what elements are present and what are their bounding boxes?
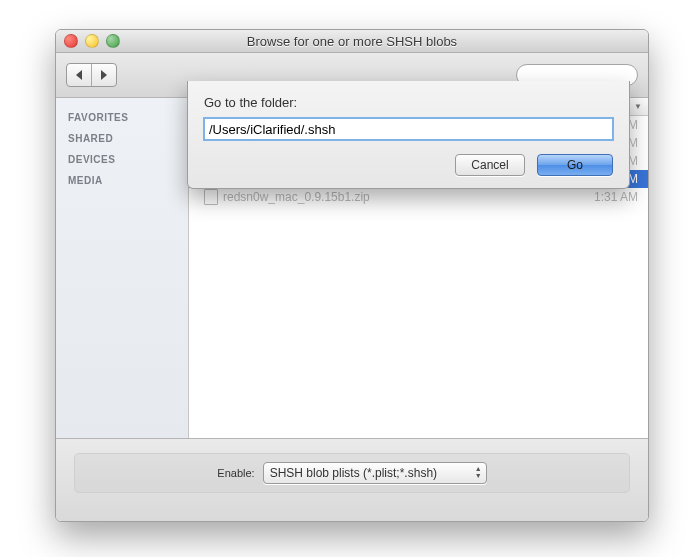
forward-button[interactable] bbox=[91, 64, 116, 86]
chevron-left-icon bbox=[76, 70, 82, 80]
window-title: Browse for one or more SHSH blobs bbox=[56, 34, 648, 49]
sheet-cancel-button[interactable]: Cancel bbox=[455, 154, 525, 176]
back-button[interactable] bbox=[67, 64, 91, 86]
options-area: Enable: SHSH blob plists (*.plist;*.shsh… bbox=[56, 438, 648, 522]
sidebar-item-devices[interactable]: DEVICES bbox=[56, 148, 188, 169]
sheet-go-button[interactable]: Go bbox=[537, 154, 613, 176]
sheet-label: Go to the folder: bbox=[204, 95, 613, 110]
go-to-folder-sheet: Go to the folder: Cancel Go bbox=[187, 81, 630, 189]
sidebar-item-shared[interactable]: SHARED bbox=[56, 127, 188, 148]
sidebar: FAVORITES SHARED DEVICES MEDIA bbox=[56, 98, 189, 438]
enable-label: Enable: bbox=[217, 467, 254, 479]
file-name: redsn0w_mac_0.9.15b1.zip bbox=[223, 190, 542, 204]
nav-back-forward bbox=[66, 63, 117, 87]
enable-select[interactable]: SHSH blob plists (*.plist;*.shsh) ▲▼ bbox=[263, 462, 487, 484]
updown-icon: ▲▼ bbox=[475, 465, 482, 479]
table-row[interactable]: redsn0w_mac_0.9.15b1.zip1:31 AM bbox=[189, 188, 648, 206]
sidebar-item-favorites[interactable]: FAVORITES bbox=[56, 106, 188, 127]
file-dialog-window: Browse for one or more SHSH blobs FAVORI… bbox=[55, 29, 649, 522]
file-icon bbox=[203, 189, 219, 205]
sort-desc-icon: ▼ bbox=[634, 102, 642, 111]
sidebar-item-media[interactable]: MEDIA bbox=[56, 169, 188, 190]
folder-path-input[interactable] bbox=[204, 118, 613, 140]
titlebar[interactable]: Browse for one or more SHSH blobs bbox=[56, 30, 648, 53]
file-date: 1:31 AM bbox=[542, 190, 648, 204]
chevron-right-icon bbox=[101, 70, 107, 80]
